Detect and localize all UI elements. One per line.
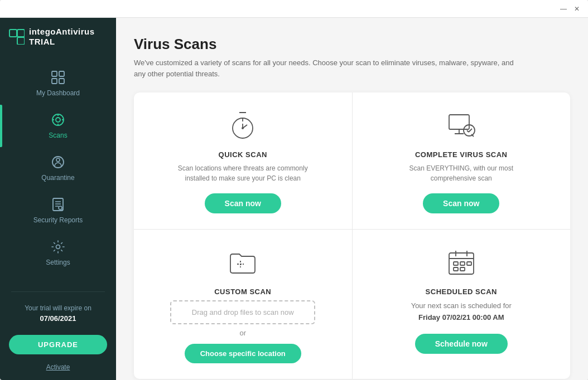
dashboard-icon (51, 70, 65, 87)
svg-rect-45 (460, 267, 465, 271)
svg-rect-4 (59, 71, 64, 76)
scan-row-top: QUICK SCAN Scan locations where threats … (134, 92, 570, 230)
svg-rect-28 (449, 115, 469, 129)
custom-scan-cell: CUSTOM SCAN Drag and drop files to scan … (134, 230, 353, 379)
sidebar-item-dashboard[interactable]: My Dashboard (0, 62, 116, 105)
scheduled-scan-name: SCHEDULED SCAN (426, 288, 497, 296)
main-content: Virus Scans We've customized a variety o… (116, 18, 588, 380)
logo-trial: TRIAL (29, 37, 55, 46)
svg-rect-3 (52, 71, 57, 76)
svg-rect-41 (454, 262, 458, 265)
stopwatch-icon (225, 108, 261, 144)
svg-rect-44 (454, 267, 458, 271)
schedule-now-button[interactable]: Schedule now (415, 334, 508, 354)
sidebar-item-reports[interactable]: Security Reports (0, 189, 116, 232)
svg-line-33 (467, 130, 469, 132)
svg-point-14 (56, 158, 60, 162)
svg-point-8 (56, 118, 60, 122)
complete-scan-button[interactable]: Scan now (423, 193, 499, 213)
title-bar: — ✕ (0, 0, 588, 18)
scans-icon (51, 113, 65, 129)
settings-label: Settings (46, 259, 70, 266)
or-text: or (239, 329, 246, 337)
scheduled-scan-cell: SCHEDULED SCAN Your next scan is schedul… (353, 230, 571, 379)
svg-rect-2 (17, 37, 25, 45)
svg-rect-42 (460, 262, 465, 265)
complete-scan-desc: Scan EVERYTHING, with our most comprehen… (394, 163, 528, 183)
dashboard-label: My Dashboard (36, 89, 80, 97)
complete-scan-name: COMPLETE VIRUS SCAN (415, 150, 508, 159)
svg-rect-1 (17, 30, 25, 37)
quick-scan-cell: QUICK SCAN Scan locations where threats … (134, 92, 353, 230)
scheduled-date: Friday 07/02/21 00:00 AM (411, 312, 512, 324)
svg-rect-43 (467, 262, 471, 265)
quarantine-label: Quarantine (41, 174, 74, 182)
complete-scan-cell: COMPLETE VIRUS SCAN Scan EVERYTHING, wit… (353, 92, 571, 230)
sidebar-item-scans[interactable]: Scans (0, 105, 116, 147)
choose-location-button[interactable]: Choose specific location (185, 344, 301, 363)
settings-icon (51, 240, 65, 256)
activate-link[interactable]: Activate (0, 359, 116, 380)
reports-label: Security Reports (33, 216, 83, 224)
svg-line-20 (61, 209, 62, 210)
scan-grid: QUICK SCAN Scan locations where threats … (134, 92, 570, 379)
svg-point-27 (242, 127, 244, 129)
trial-date: 07/06/2021 (9, 313, 107, 324)
quick-scan-button[interactable]: Scan now (205, 193, 281, 213)
logo-name: integoAntivirus (29, 27, 95, 36)
close-button[interactable]: ✕ (570, 2, 584, 16)
svg-rect-6 (59, 79, 64, 84)
minimize-button[interactable]: — (557, 2, 570, 16)
sidebar-logo: integoAntivirus TRIAL (0, 18, 116, 58)
scan-row-bottom: CUSTOM SCAN Drag and drop files to scan … (134, 230, 570, 379)
upgrade-button[interactable]: UPGRADE (9, 335, 107, 354)
quick-scan-name: QUICK SCAN (219, 150, 267, 159)
folder-icon (225, 245, 261, 281)
sidebar: integoAntivirus TRIAL M (0, 18, 116, 380)
sidebar-item-quarantine[interactable]: Quarantine (0, 147, 116, 189)
sidebar-divider (11, 291, 105, 292)
intego-logo-icon (9, 29, 25, 45)
svg-rect-0 (9, 30, 17, 37)
scheduled-scan-desc: Your next scan is scheduled for Friday 0… (411, 300, 512, 324)
trial-info: Your trial will expire on 07/06/2021 (0, 296, 116, 331)
scans-label: Scans (49, 131, 67, 139)
app-window: — ✕ integoAntivirus TRIAL (0, 0, 588, 380)
quick-scan-desc: Scan locations where threats are commonl… (176, 163, 310, 183)
svg-rect-5 (52, 79, 57, 84)
calendar-icon (444, 245, 479, 281)
reports-icon (51, 197, 65, 214)
sidebar-nav: My Dashboard Scans (0, 58, 116, 287)
custom-scan-name: CUSTOM SCAN (214, 288, 271, 296)
sidebar-item-settings[interactable]: Settings (0, 232, 116, 274)
svg-point-21 (56, 245, 60, 249)
page-title: Virus Scans (134, 36, 570, 53)
monitor-icon (444, 108, 479, 144)
quarantine-icon (51, 155, 65, 172)
app-body: integoAntivirus TRIAL M (0, 18, 588, 380)
page-subtitle: We've customized a variety of scans for … (134, 57, 524, 79)
drop-zone-text: Drag and drop files to scan now (192, 308, 294, 316)
drop-zone[interactable]: Drag and drop files to scan now (170, 300, 315, 324)
